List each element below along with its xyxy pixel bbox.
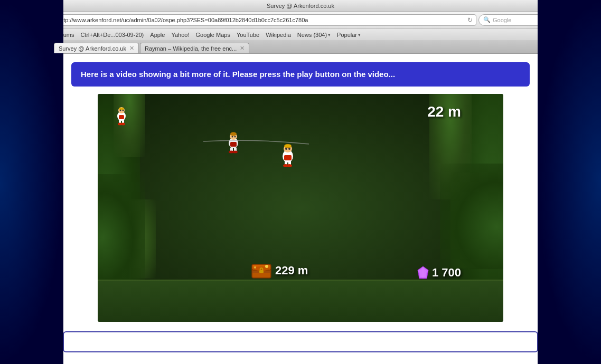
svg-rect-1	[284, 155, 292, 160]
bookmark-wikipedia[interactable]: Wikipedia	[266, 32, 291, 38]
svg-point-14	[230, 132, 237, 136]
game-score: 1 700	[432, 266, 461, 280]
vine-bottom-left	[98, 174, 145, 280]
title-bar: Survey @ Arkenford.co.uk ⤢	[0, 0, 601, 12]
rope	[203, 136, 309, 152]
bg-decoration-right	[538, 54, 601, 364]
bookmark-youtube[interactable]: YouTube	[237, 32, 259, 38]
distance-chest: 229 m	[275, 264, 308, 277]
svg-rect-24	[119, 108, 124, 110]
bookmark-ctrl[interactable]: Ctrl+Alt+De...003-09-20)	[80, 32, 144, 38]
navigation-bar: ‹ › ↻ 🔒 http://www.arkenford.net/uc/admi…	[0, 12, 601, 28]
vine-bottom-right	[440, 164, 503, 269]
character-rayman-topleft	[114, 104, 129, 126]
bookmark-googlemaps[interactable]: Google Maps	[196, 32, 230, 38]
svg-point-30	[121, 123, 125, 126]
tabs-bar: Facebook ✕ Survey @ Arkenford.co.uk ✕ Ra…	[0, 41, 601, 54]
game-scene: 22 m	[98, 94, 503, 322]
bookmark-yahoo[interactable]: Yahoo!	[171, 32, 189, 38]
svg-point-10	[287, 164, 292, 167]
vine-top-left	[114, 94, 145, 157]
bookmarks-bar: DCI World C...anet Forums Ctrl+Alt+De...…	[0, 28, 601, 41]
ground	[98, 280, 503, 322]
address-reload-icon[interactable]: ↻	[467, 16, 473, 24]
address-bar[interactable]: 🔒 http://www.arkenford.net/uc/admin/0a02…	[45, 14, 476, 26]
instruction-text: Here is a video showing a bit more of it…	[81, 70, 395, 79]
bookmark-popular[interactable]: Popular ▾	[337, 32, 361, 38]
svg-point-25	[120, 110, 121, 111]
chevron-down-icon: ▾	[358, 32, 361, 37]
tab-rayman[interactable]: Rayman – Wikipedia, the free enc... ✕	[140, 43, 249, 53]
svg-point-38	[254, 266, 256, 269]
svg-point-37	[265, 265, 268, 268]
chest-icon	[251, 261, 272, 280]
tab-close-rayman[interactable]: ✕	[240, 45, 245, 52]
address-text: http://www.arkenford.net/uc/admin/0a02/o…	[59, 17, 465, 23]
search-placeholder: Google	[493, 17, 511, 23]
chevron-down-icon: ▾	[328, 32, 331, 37]
distance-top: 22 m	[427, 103, 461, 120]
window-title: Survey @ Arkenford.co.uk	[267, 3, 334, 9]
svg-point-26	[123, 110, 124, 111]
bookmark-apple[interactable]: Apple	[150, 32, 165, 38]
bottom-box	[63, 331, 538, 352]
bookmark-news[interactable]: News (304) ▾	[297, 32, 331, 38]
treasure-chest-area: 229 m	[251, 261, 308, 280]
gem-score-icon	[417, 266, 429, 280]
search-icon: 🔍	[483, 16, 491, 23]
page-content: Here is a video showing a bit more of it…	[63, 54, 538, 364]
bg-decoration-left	[0, 54, 63, 364]
score-area: 1 700	[417, 266, 461, 280]
video-container[interactable]: 22 m	[98, 94, 503, 322]
svg-rect-22	[119, 115, 124, 119]
instruction-box: Here is a video showing a bit more of it…	[71, 62, 530, 87]
tab-survey[interactable]: Survey @ Arkenford.co.uk ✕	[54, 43, 139, 53]
browser-content: Here is a video showing a bit more of it…	[0, 54, 601, 364]
tab-close-survey[interactable]: ✕	[129, 45, 134, 52]
